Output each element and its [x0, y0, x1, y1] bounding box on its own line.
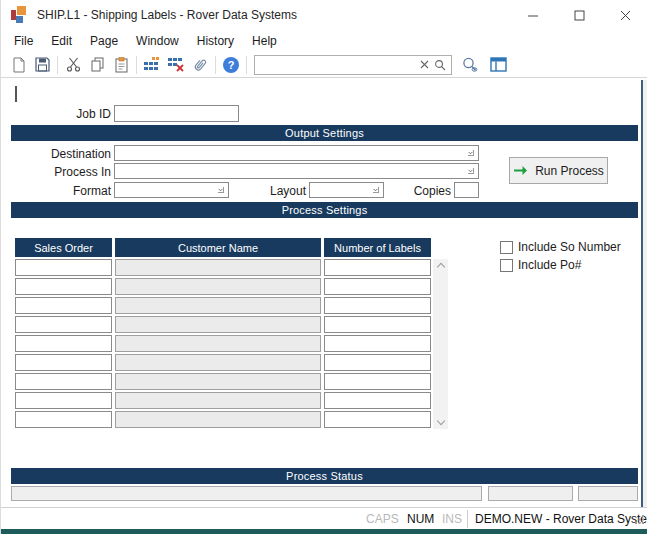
minimize-button[interactable] — [510, 0, 556, 30]
customer-name-cell — [115, 259, 321, 276]
scroll-down-icon[interactable] — [436, 417, 444, 425]
customer-name-cell — [115, 411, 321, 428]
desktop-background-strip — [1, 529, 647, 534]
include-so-number-checkbox[interactable] — [500, 241, 513, 254]
app-logo-icon — [11, 6, 29, 24]
job-id-input[interactable] — [114, 105, 239, 122]
column-header-sales-order: Sales Order — [15, 238, 112, 257]
sales-order-cell[interactable] — [15, 316, 112, 333]
table-row — [15, 278, 431, 295]
run-process-label: Run Process — [535, 164, 604, 178]
search-icon[interactable] — [434, 59, 446, 71]
copies-input[interactable] — [454, 182, 479, 198]
customer-name-cell — [115, 278, 321, 295]
labels-count-cell[interactable] — [324, 259, 431, 276]
labels-count-cell[interactable] — [324, 373, 431, 390]
sales-order-cell[interactable] — [15, 297, 112, 314]
labels-count-cell[interactable] — [324, 297, 431, 314]
sales-order-cell[interactable] — [15, 278, 112, 295]
save-icon[interactable] — [30, 54, 54, 76]
table-row — [15, 316, 431, 333]
table-body — [15, 259, 431, 430]
table-row — [15, 354, 431, 371]
paste-icon[interactable] — [109, 54, 133, 76]
status-bar: CAPS NUM INS DEMO.NEW - Rover Data Syste… — [1, 507, 647, 529]
layout-label: Layout — [196, 184, 306, 198]
copy-icon[interactable] — [85, 54, 109, 76]
process-status-field-3 — [578, 486, 638, 501]
scroll-up-icon[interactable] — [436, 263, 444, 271]
layout-panel-icon[interactable] — [486, 54, 510, 76]
format-label: Format — [1, 184, 111, 198]
menu-page[interactable]: Page — [81, 34, 127, 48]
job-id-label: Job ID — [1, 107, 111, 121]
workstation-label: DEMO.NEW - Rover Data Systems — [475, 512, 647, 526]
include-so-number-label: Include So Number — [518, 240, 621, 254]
column-header-customer-name: Customer Name — [115, 238, 321, 257]
help-icon[interactable]: ? — [219, 54, 243, 76]
table-row — [15, 411, 431, 428]
window-right-margin — [643, 80, 647, 507]
attach-icon[interactable] — [188, 54, 212, 76]
table-row — [15, 335, 431, 352]
chevron-down-icon — [468, 168, 474, 174]
destination-label: Destination — [1, 147, 111, 161]
search-clear-icon[interactable] — [420, 60, 429, 69]
search-input[interactable] — [260, 58, 415, 72]
process-in-select[interactable] — [114, 163, 479, 179]
destination-select[interactable] — [114, 145, 479, 161]
labels-count-cell[interactable] — [324, 354, 431, 371]
labels-count-cell[interactable] — [324, 392, 431, 409]
process-settings-header: Process Settings — [11, 202, 638, 218]
insert-mode-indicator: INS — [442, 512, 462, 526]
new-document-icon[interactable] — [6, 54, 30, 76]
menu-window[interactable]: Window — [127, 34, 188, 48]
include-so-number-option[interactable]: Include So Number — [500, 240, 621, 254]
toolbar-separator — [246, 56, 247, 74]
sales-order-cell[interactable] — [15, 354, 112, 371]
table-scrollbar[interactable] — [433, 259, 448, 429]
window-title: SHIP.L1 - Shipping Labels - Rover Data S… — [37, 8, 297, 22]
table-row — [15, 297, 431, 314]
sales-order-cell[interactable] — [15, 373, 112, 390]
maximize-button[interactable] — [556, 0, 602, 30]
insert-row-icon[interactable] — [140, 54, 164, 76]
menu-edit[interactable]: Edit — [42, 34, 81, 48]
toolbar-separator — [215, 56, 216, 74]
labels-count-cell[interactable] — [324, 411, 431, 428]
app-window: SHIP.L1 - Shipping Labels - Rover Data S… — [0, 0, 647, 534]
sales-order-cell[interactable] — [15, 411, 112, 428]
customer-name-cell — [115, 392, 321, 409]
run-arrow-icon — [513, 165, 528, 176]
cut-icon[interactable] — [61, 54, 85, 76]
menu-help[interactable]: Help — [243, 34, 286, 48]
labels-count-cell[interactable] — [324, 316, 431, 333]
lookup-icon[interactable] — [458, 54, 482, 76]
copies-label: Copies — [341, 184, 451, 198]
menu-file[interactable]: File — [5, 34, 42, 48]
include-po-checkbox[interactable] — [500, 259, 513, 272]
customer-name-cell — [115, 373, 321, 390]
run-process-button[interactable]: Run Process — [509, 157, 608, 184]
resize-grip[interactable] — [635, 513, 645, 527]
customer-name-cell — [115, 297, 321, 314]
toolbar: ? — [1, 52, 647, 78]
labels-count-cell[interactable] — [324, 335, 431, 352]
toolbar-search — [254, 55, 452, 75]
sales-order-cell[interactable] — [15, 392, 112, 409]
caps-lock-indicator: CAPS — [366, 512, 399, 526]
menu-history[interactable]: History — [188, 34, 243, 48]
sales-order-cell[interactable] — [15, 335, 112, 352]
table-row — [15, 392, 431, 409]
sales-order-cell[interactable] — [15, 259, 112, 276]
process-status-message-field — [11, 486, 482, 501]
include-po-label: Include Po# — [518, 258, 581, 272]
customer-name-cell — [115, 354, 321, 371]
labels-count-cell[interactable] — [324, 278, 431, 295]
table-row — [15, 373, 431, 390]
delete-row-icon[interactable] — [164, 54, 188, 76]
table-row — [15, 259, 431, 276]
close-button[interactable] — [602, 0, 647, 30]
num-lock-indicator: NUM — [407, 512, 434, 526]
include-po-option[interactable]: Include Po# — [500, 258, 581, 272]
